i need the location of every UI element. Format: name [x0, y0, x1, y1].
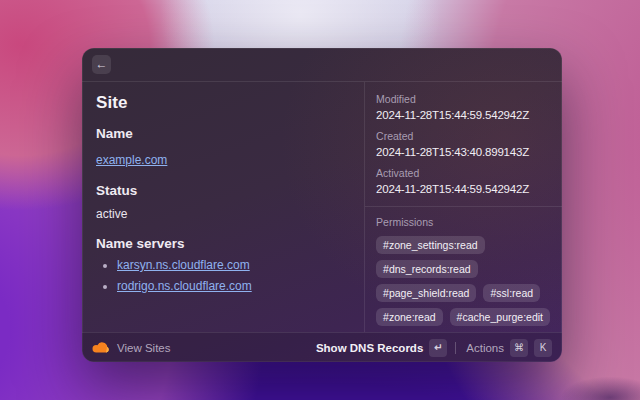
- permission-row: #page_shield:read #ssl:read: [376, 284, 550, 302]
- permission-tag: #dns_records:read: [376, 260, 478, 278]
- panel-divider: [365, 206, 562, 207]
- status-value: active: [96, 207, 348, 221]
- back-arrow-icon: ←: [96, 55, 108, 74]
- metadata-panel: Modified 2024-11-28T15:44:59.542942Z Cre…: [364, 82, 562, 332]
- meta-value-modified: 2024-11-28T15:44:59.542942Z: [376, 109, 550, 121]
- permission-tag: #zone_settings:read: [376, 236, 485, 254]
- meta-label-activated: Activated: [376, 167, 550, 179]
- window-titlebar: ←: [82, 48, 562, 82]
- list-item: karsyn.ns.cloudflare.com: [117, 258, 348, 272]
- actions-label: Actions: [466, 342, 504, 354]
- page-title: Site: [96, 93, 348, 113]
- show-dns-records-label: Show DNS Records: [316, 342, 423, 354]
- permission-tag: #zone:read: [376, 308, 443, 326]
- meta-value-created: 2024-11-28T15:43:40.899143Z: [376, 146, 550, 158]
- meta-label-modified: Modified: [376, 93, 550, 105]
- permissions-heading: Permissions: [376, 216, 550, 228]
- k-key-icon: K: [534, 339, 552, 357]
- name-heading: Name: [96, 126, 348, 141]
- show-dns-records-button[interactable]: Show DNS Records ↵: [316, 339, 447, 357]
- nameserver-list: karsyn.ns.cloudflare.com rodrigo.ns.clou…: [96, 258, 348, 293]
- site-name-link[interactable]: example.com: [96, 153, 167, 167]
- list-item: rodrigo.ns.cloudflare.com: [117, 279, 348, 293]
- cloudflare-cloud-icon: [92, 342, 109, 353]
- back-button[interactable]: ←: [92, 55, 111, 74]
- footer-app: View Sites: [92, 342, 170, 354]
- desktop-wallpaper: { "accent_colors": { "link": "#8fb2ef", …: [0, 0, 640, 400]
- status-heading: Status: [96, 183, 348, 198]
- footer-separator: [455, 342, 456, 354]
- permission-row: #zone_settings:read: [376, 236, 550, 254]
- actions-button[interactable]: Actions ⌘ K: [466, 339, 552, 357]
- window-content: Site Name example.com Status active Name…: [82, 82, 562, 332]
- permission-row: #zone:read #cache_purge:edit: [376, 308, 550, 326]
- permission-tag: #cache_purge:edit: [450, 308, 550, 326]
- permission-tag: #ssl:read: [483, 284, 540, 302]
- app-window: ← Site Name example.com Status active Na…: [82, 48, 562, 362]
- footer-app-label: View Sites: [117, 342, 170, 354]
- site-detail-main: Site Name example.com Status active Name…: [82, 82, 364, 332]
- footer-actions: Show DNS Records ↵ Actions ⌘ K: [316, 339, 552, 357]
- meta-value-activated: 2024-11-28T15:44:59.542942Z: [376, 183, 550, 195]
- permission-row: #dns_records:read: [376, 260, 550, 278]
- meta-label-created: Created: [376, 130, 550, 142]
- return-key-icon: ↵: [429, 339, 447, 357]
- nameserver-link[interactable]: karsyn.ns.cloudflare.com: [117, 258, 250, 272]
- action-bar: View Sites Show DNS Records ↵ Actions ⌘ …: [82, 332, 562, 362]
- command-key-icon: ⌘: [510, 339, 528, 357]
- permission-tag: #page_shield:read: [376, 284, 476, 302]
- nameservers-heading: Name servers: [96, 236, 348, 251]
- nameserver-link[interactable]: rodrigo.ns.cloudflare.com: [117, 279, 252, 293]
